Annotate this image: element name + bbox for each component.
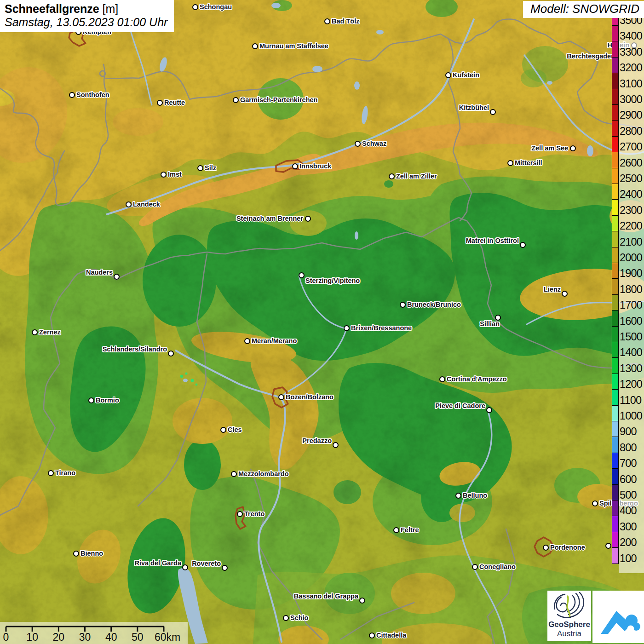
colorbar-tick-label: 600: [620, 473, 644, 485]
colorbar-segment: [612, 104, 618, 120]
city-label: Feltre: [401, 526, 419, 534]
city-marker-icon: [570, 145, 576, 151]
model-label: Modell: SNOWGRID: [523, 1, 644, 18]
geosphere-logo-name: GeoSphere: [547, 620, 591, 629]
city-marker-icon: [305, 216, 311, 222]
city-marker-icon: [168, 351, 174, 356]
colorbar-tick-label: 2000: [620, 252, 644, 264]
colorbar-segment: [612, 278, 618, 294]
city-marker-icon: [355, 141, 361, 147]
city-marker-icon: [472, 564, 478, 570]
colorbar-tick-label: 2600: [620, 157, 644, 169]
city-label: Schongau: [200, 3, 232, 11]
colorbar-segment: [612, 41, 618, 57]
city-label: Garmisch-Partenkirchen: [240, 96, 317, 104]
colorbar-segment: [612, 168, 618, 184]
colorbar-tick-label: 3100: [620, 78, 644, 90]
city-marker-icon: [161, 172, 167, 178]
city-marker-icon: [455, 493, 461, 499]
partner-logo-box: [592, 591, 644, 643]
colorbar-segment: [612, 247, 618, 263]
city-label: Schwaz: [362, 140, 386, 147]
colorbar-segment: [612, 294, 618, 310]
city-label: Cortina d'Ampezzo: [447, 375, 507, 383]
city-label: Mezzolombardo: [238, 470, 289, 477]
city-marker-icon: [237, 511, 243, 517]
city-label: Schlanders/Silandro: [103, 345, 167, 353]
city-label: Bienno: [80, 550, 103, 557]
city-marker-icon: [359, 598, 365, 604]
colorbar-tick-label: 2900: [620, 109, 644, 121]
city-marker-icon: [157, 100, 163, 106]
colorbar-tick-label: 1000: [620, 410, 644, 422]
city-marker-icon: [126, 201, 132, 207]
city-marker-icon: [389, 173, 395, 179]
city-label: Tirano: [55, 469, 75, 477]
city-label: Bruneck/Brunico: [407, 301, 461, 308]
city-marker-icon: [48, 470, 54, 476]
colorbar-segment: [612, 516, 618, 531]
scalebar-label: 20: [53, 631, 65, 644]
colorbar-tick-label: 500: [620, 489, 644, 501]
city-label: Murnau am Staffelsee: [259, 42, 328, 50]
city-label: Imst: [168, 171, 182, 178]
city-marker-icon: [231, 471, 237, 477]
title-text: Schneefallgrenze: [5, 2, 99, 15]
geosphere-logo-country: Austria: [547, 629, 591, 638]
colorbar-segment: [612, 357, 618, 373]
colorbar-tick-label: 1900: [620, 267, 644, 279]
city-marker-icon: [400, 302, 406, 308]
colorbar-segment: [612, 468, 618, 484]
city-marker-icon: [32, 329, 38, 335]
city-marker-icon: [486, 407, 492, 413]
colorbar-tick-label: 1100: [620, 394, 644, 406]
timestamp: Samstag, 13.05.2023 01:00 Uhr: [5, 16, 167, 29]
city-label: Sterzing/Vipiteno: [305, 277, 360, 284]
city-label: Belluno: [463, 492, 487, 499]
city-marker-icon: [592, 500, 598, 506]
city-label: Pieve di Cadore: [435, 402, 485, 409]
colorbar-segment: [612, 437, 618, 452]
city-marker-icon: [73, 551, 79, 557]
city-marker-icon: [324, 18, 330, 24]
colorbar-tick-label: 700: [620, 457, 644, 469]
city-marker-icon: [393, 527, 399, 533]
colorbar-segment: [612, 89, 618, 104]
city-marker-icon: [507, 160, 513, 166]
city-marker-icon: [605, 543, 611, 549]
city-label: Riva del Garda: [134, 559, 181, 567]
city-marker-icon: [220, 427, 226, 433]
city-marker-icon: [283, 615, 289, 621]
colorbar-tick-label: 400: [620, 505, 644, 517]
city-label: Cittadella: [376, 632, 406, 639]
colorbar-tick-label: 1400: [620, 346, 644, 358]
city-label: Innsbruck: [299, 162, 331, 170]
city-marker-icon: [182, 564, 188, 570]
city-marker-icon: [197, 165, 203, 171]
city-marker-icon: [88, 397, 94, 403]
colorbar-tick-label: 1200: [620, 378, 644, 390]
city-marker-icon: [369, 632, 375, 638]
colorbar-segment: [612, 231, 618, 247]
city-label: Rovereto: [192, 560, 221, 567]
city-marker-icon: [520, 242, 526, 248]
colorbar-tick-label: 3400: [620, 30, 644, 42]
colorbar-segment: [612, 184, 618, 199]
scalebar-label: 30: [79, 631, 91, 644]
city-marker-icon: [252, 43, 258, 49]
city-label: Bozen/Bolzano: [286, 393, 334, 401]
colorbar-tick-label: 800: [620, 442, 644, 454]
colorbar-segment: [612, 374, 618, 389]
city-label: Reutte: [164, 99, 185, 106]
colorbar-tick-label: 1700: [620, 299, 644, 311]
scalebar-label: 10: [26, 631, 38, 644]
scalebar-label: 50: [132, 631, 144, 644]
colorbar-segment: [612, 484, 618, 500]
colorbar: [612, 15, 619, 564]
page-title: Schneefallgrenze [m]: [5, 2, 167, 16]
colorbar-segment: [612, 532, 618, 547]
city-marker-icon: [278, 394, 284, 400]
city-label: Berchtesgaden: [567, 52, 615, 60]
city-marker-icon: [114, 274, 120, 280]
colorbar-tick-label: 1300: [620, 362, 644, 374]
